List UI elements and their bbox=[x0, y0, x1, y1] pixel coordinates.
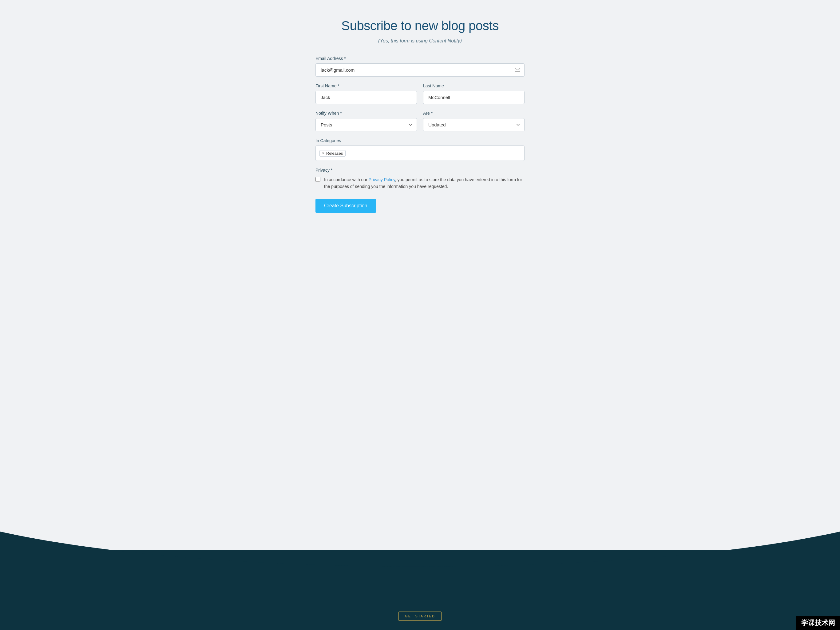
email-input[interactable] bbox=[316, 63, 524, 77]
notify-when-select[interactable]: Posts Pages Comments bbox=[316, 118, 417, 131]
first-name-group: First Name * bbox=[316, 83, 417, 104]
privacy-policy-link[interactable]: Privacy Policy bbox=[369, 177, 395, 182]
releases-tag: × Releases bbox=[319, 150, 346, 157]
page-subtitle: (Yes, this form is using Content Notify) bbox=[378, 38, 462, 44]
email-group: Email Address * bbox=[316, 56, 524, 77]
categories-group: In Categories × Releases bbox=[316, 138, 524, 161]
svg-rect-0 bbox=[515, 68, 520, 71]
are-select[interactable]: Updated Published Deleted bbox=[423, 118, 524, 131]
privacy-text-prefix: In accordance with our bbox=[324, 177, 369, 182]
first-name-label: First Name * bbox=[316, 83, 417, 88]
privacy-checkbox[interactable] bbox=[316, 177, 321, 182]
last-name-group: Last Name bbox=[423, 83, 524, 104]
privacy-text: In accordance with our Privacy Policy, y… bbox=[324, 176, 524, 190]
notify-when-label: Notify When * bbox=[316, 111, 417, 116]
tag-label: Releases bbox=[326, 151, 343, 156]
name-row: First Name * Last Name bbox=[316, 83, 524, 104]
page-title: Subscribe to new blog posts bbox=[341, 19, 499, 33]
get-started-button[interactable]: GET STARTED bbox=[398, 611, 442, 621]
main-content: Subscribe to new blog posts (Yes, this f… bbox=[0, 0, 840, 550]
tag-remove-button[interactable]: × bbox=[322, 151, 324, 155]
are-label: Are * bbox=[423, 111, 524, 116]
wave-container bbox=[0, 532, 840, 578]
notify-when-group: Notify When * Posts Pages Comments bbox=[316, 111, 417, 131]
last-name-label: Last Name bbox=[423, 83, 524, 88]
watermark: 学课技术网 bbox=[796, 616, 840, 630]
footer-section: GET STARTED 学课技术网 bbox=[0, 550, 840, 630]
privacy-checkbox-row: In accordance with our Privacy Policy, y… bbox=[316, 176, 524, 190]
create-subscription-button[interactable]: Create Subscription bbox=[316, 199, 376, 213]
subscription-form: Email Address * First Name * Last Name bbox=[316, 56, 524, 213]
last-name-input[interactable] bbox=[423, 91, 524, 104]
categories-label: In Categories bbox=[316, 138, 524, 143]
are-group: Are * Updated Published Deleted bbox=[423, 111, 524, 131]
email-icon bbox=[515, 67, 520, 73]
privacy-section: Privacy * In accordance with our Privacy… bbox=[316, 168, 524, 190]
first-name-input[interactable] bbox=[316, 91, 417, 104]
email-label: Email Address * bbox=[316, 56, 524, 61]
privacy-label: Privacy * bbox=[316, 168, 524, 173]
categories-tags-input[interactable]: × Releases bbox=[316, 146, 524, 161]
email-wrapper bbox=[316, 63, 524, 77]
notify-row: Notify When * Posts Pages Comments Are *… bbox=[316, 111, 524, 131]
